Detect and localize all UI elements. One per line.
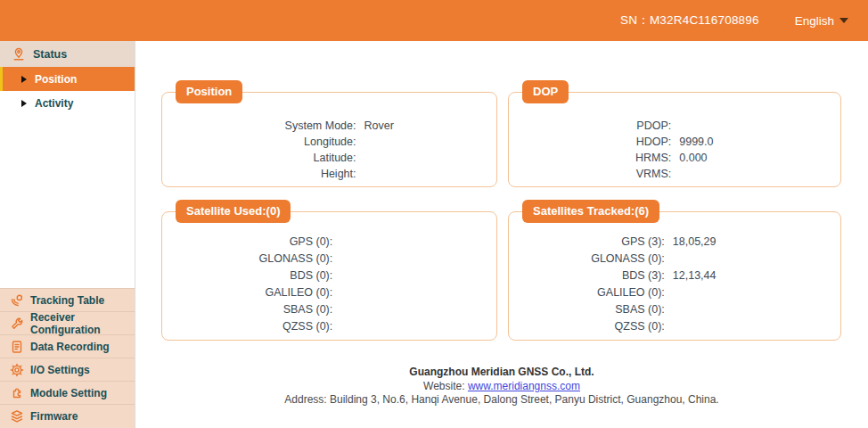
field-value	[340, 234, 496, 251]
field-label: HRMS:	[509, 150, 671, 166]
field-value: 12,13,44	[673, 268, 840, 284]
sidebar-item-label: Data Recording	[30, 341, 110, 353]
dop-panel-title: DOP	[522, 80, 569, 103]
sidebar-item-label: Position	[35, 73, 77, 86]
field-label: System Mode:	[162, 118, 356, 134]
field-row: BDS (3):12,13,44	[509, 268, 840, 284]
sidebar-item-position[interactable]: Position	[0, 67, 135, 91]
field-label: GALILEO (0):	[509, 284, 665, 301]
field-row: Longitude:	[162, 134, 496, 150]
language-selector[interactable]: English	[795, 14, 848, 28]
satellites-tracked-panel: Satellites Tracked:(6) GPS (3):18,05,29 …	[508, 211, 841, 341]
puzzle-piece-icon	[10, 386, 24, 400]
field-label: GLONASS (0):	[162, 251, 332, 268]
triangle-bullet-icon	[21, 76, 27, 83]
address-line: Address: Building 3, No.6, Hanqi Avenue,…	[135, 393, 868, 407]
field-value	[340, 301, 496, 318]
sidebar-spacer	[0, 115, 135, 288]
field-row: VRMS:	[509, 166, 840, 182]
field-label: QZSS (0):	[509, 318, 665, 335]
sidebar-item-label: Activity	[35, 97, 73, 110]
field-value	[673, 251, 840, 268]
field-label: QZSS (0):	[162, 318, 332, 335]
satellites-tracked-rows: GPS (3):18,05,29 GLONASS (0): BDS (3):12…	[509, 212, 840, 335]
field-value	[340, 268, 496, 284]
serial-number-value: M32R4C116708896	[650, 13, 759, 27]
satellites-tracked-panel-title: Satellites Tracked:(6)	[522, 200, 659, 223]
sidebar-item-receiver-configuration[interactable]: Receiver Configuration	[0, 311, 135, 334]
sidebar-item-label: Module Setting	[30, 387, 107, 399]
field-value	[673, 301, 840, 318]
website-label: Website:	[423, 380, 468, 392]
field-row: System Mode:Rover	[162, 118, 496, 134]
triangle-bullet-icon	[21, 100, 27, 107]
language-label: English	[795, 14, 834, 28]
field-label: VRMS:	[509, 166, 671, 182]
field-row: HDOP:9999.0	[509, 134, 840, 150]
wrench-icon	[10, 317, 24, 331]
sidebar-item-activity[interactable]: Activity	[0, 91, 135, 115]
field-row: GALILEO (0):	[509, 284, 840, 301]
chevron-down-icon	[839, 18, 848, 23]
field-row: BDS (0):	[162, 268, 496, 284]
field-value	[364, 150, 497, 166]
website-line: Website: www.meridiangnss.com	[135, 380, 868, 393]
serial-number-label: SN：	[620, 13, 650, 27]
field-label: BDS (3):	[509, 268, 665, 284]
field-row: SBAS (0):	[162, 301, 496, 318]
sidebar-item-io-settings[interactable]: I/O Settings	[0, 358, 135, 381]
page-footer: Guangzhou Meridian GNSS Co., Ltd. Websit…	[135, 366, 868, 407]
document-icon	[10, 340, 24, 354]
serial-number: SN：M32R4C116708896	[620, 12, 759, 29]
sidebar-item-module-setting[interactable]: Module Setting	[0, 381, 135, 404]
field-row: GLONASS (0):	[509, 251, 840, 268]
field-label: GALILEO (0):	[162, 284, 332, 301]
satellite-dish-icon	[10, 293, 24, 308]
field-label: BDS (0):	[162, 268, 332, 284]
field-value	[673, 284, 840, 301]
field-value	[340, 284, 496, 301]
field-row: QZSS (0):	[162, 318, 496, 335]
sidebar-item-status[interactable]: Status	[0, 41, 135, 67]
field-row: SBAS (0):	[509, 301, 840, 318]
sidebar-menu: Tracking Table Receiver Configuration Da…	[0, 288, 135, 428]
field-label: Longitude:	[162, 134, 356, 150]
field-row: GALILEO (0):	[162, 284, 496, 301]
dop-panel: DOP PDOP: HDOP:9999.0 HRMS:0.000 VRMS:	[508, 92, 841, 187]
sidebar-item-data-recording[interactable]: Data Recording	[0, 334, 135, 358]
sidebar-item-label: Status	[33, 48, 67, 61]
position-panel: Position System Mode:Rover Longitude: La…	[161, 92, 497, 187]
field-value	[364, 134, 497, 150]
field-value: 18,05,29	[673, 234, 840, 251]
sidebar: Status Position Activity Tracking Table	[0, 41, 135, 428]
field-value: 9999.0	[679, 134, 840, 150]
field-row: Height:	[162, 166, 496, 182]
field-row: PDOP:	[509, 118, 840, 134]
field-label: SBAS (0):	[509, 301, 665, 318]
website-link[interactable]: www.meridiangnss.com	[468, 380, 580, 392]
field-value	[340, 318, 496, 335]
sidebar-item-label: Tracking Table	[30, 294, 104, 307]
sidebar-item-label: Receiver Configuration	[30, 311, 135, 336]
field-label: Height:	[162, 166, 356, 182]
field-value: Rover	[364, 118, 497, 134]
field-row: GPS (3):18,05,29	[509, 234, 840, 251]
field-label: GPS (0):	[162, 234, 332, 251]
field-row: GLONASS (0):	[162, 251, 496, 268]
field-value	[679, 166, 840, 182]
top-header-bar: SN：M32R4C116708896 English	[0, 0, 868, 41]
field-label: SBAS (0):	[162, 301, 332, 318]
field-value	[679, 118, 840, 134]
sidebar-item-label: I/O Settings	[30, 364, 90, 376]
position-rows: System Mode:Rover Longitude: Latitude: H…	[162, 93, 496, 182]
field-label: HDOP:	[509, 134, 671, 150]
company-name: Guangzhou Meridian GNSS Co., Ltd.	[135, 366, 868, 379]
field-label: Latitude:	[162, 150, 356, 166]
layers-icon	[10, 409, 24, 424]
field-label: GLONASS (0):	[509, 251, 665, 268]
field-row: Latitude:	[162, 150, 496, 166]
sidebar-item-tracking-table[interactable]: Tracking Table	[0, 288, 135, 311]
sidebar-item-firmware[interactable]: Firmware	[0, 404, 135, 428]
field-value: 0.000	[679, 150, 840, 166]
satellite-used-panel: Satellite Used:(0) GPS (0): GLONASS (0):…	[161, 211, 497, 341]
